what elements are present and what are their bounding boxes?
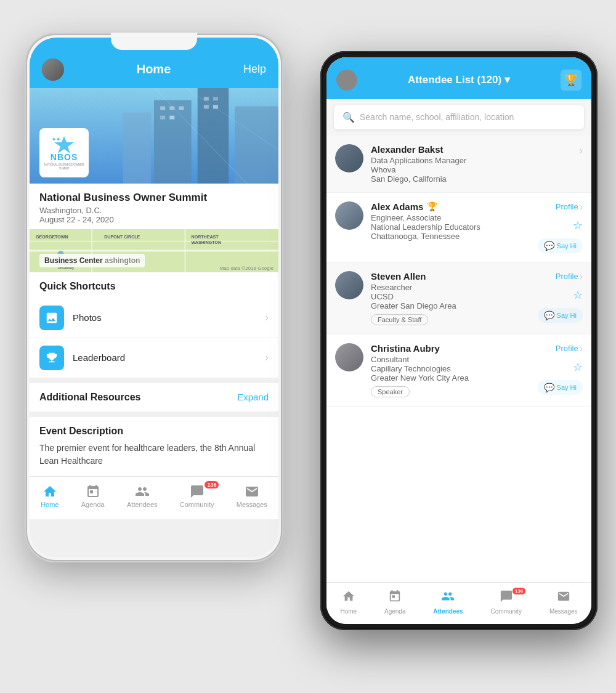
avatar xyxy=(335,271,363,299)
trophy-badge: 🏆 xyxy=(427,201,437,211)
svg-rect-12 xyxy=(204,105,209,108)
and-nav-attendees[interactable]: Attendees xyxy=(433,590,463,615)
additional-resources-title: Additional Resources xyxy=(39,392,140,403)
event-banner: ✦✦ NBOS NATIONAL BUSINESS OWNER SUMMIT xyxy=(30,88,278,184)
leaderboard-shortcut[interactable]: Leaderboard › xyxy=(30,338,278,378)
say-hi-icon: 💬 xyxy=(544,310,554,320)
attendee-info: Christina Aubry Consultant Capillary Tec… xyxy=(371,343,530,397)
nav-attendees[interactable]: Attendees xyxy=(127,484,158,508)
attendee-actions: Profile ☆ 💬 Say Hi xyxy=(538,343,583,395)
star-icon[interactable]: ☆ xyxy=(573,360,583,374)
agenda-icon xyxy=(388,590,402,607)
table-row[interactable]: Alex Adams 🏆 Engineer, Associate Nationa… xyxy=(326,193,591,262)
attendee-name: Alex Adams xyxy=(371,201,423,212)
attendees-icon xyxy=(441,590,455,607)
svg-rect-10 xyxy=(204,97,209,100)
say-hi-button[interactable]: 💬 Say Hi xyxy=(538,308,583,323)
event-info: National Business Owner Summit Washingto… xyxy=(30,184,278,229)
and-nav-community[interactable]: 136 Community xyxy=(491,590,522,615)
attendee-info: Steven Allen Researcher UCSD Greater San… xyxy=(371,271,530,325)
svg-rect-5 xyxy=(160,106,165,110)
attendee-info: Alex Adams 🏆 Engineer, Associate Nationa… xyxy=(371,201,530,241)
trophy-icon[interactable]: 🏆 xyxy=(561,70,582,91)
attendee-role: Consultant xyxy=(371,355,530,364)
event-desc-text: The premier event for healthcare leaders… xyxy=(39,442,269,468)
messages-icon xyxy=(244,484,260,500)
nav-attendees-label: Attendees xyxy=(127,501,158,508)
android-avatar[interactable] xyxy=(336,70,357,91)
attendee-location: San Diego, California xyxy=(371,174,572,184)
attendee-list: Alexander Bakst Data Applications Manage… xyxy=(326,136,591,582)
star-icon[interactable]: ☆ xyxy=(573,288,583,302)
attendee-actions: Profile ☆ 💬 Say Hi xyxy=(538,201,583,253)
attendees-icon xyxy=(134,484,150,500)
attendee-org: Capillary Technologies xyxy=(371,364,530,373)
and-nav-messages-label: Messages xyxy=(549,608,578,615)
profile-button[interactable]: Profile xyxy=(556,271,583,282)
and-nav-agenda-label: Agenda xyxy=(384,608,405,615)
star-icon[interactable]: ☆ xyxy=(573,219,583,232)
nav-agenda[interactable]: Agenda xyxy=(81,484,105,508)
search-icon: 🔍 xyxy=(342,111,355,123)
faculty-staff-tag: Faculty & Staff xyxy=(371,314,428,325)
leaderboard-icon xyxy=(39,346,64,370)
say-hi-button[interactable]: 💬 Say Hi xyxy=(538,380,583,395)
nav-agenda-label: Agenda xyxy=(81,501,105,508)
nav-home[interactable]: Home xyxy=(41,484,59,508)
speaker-tag: Speaker xyxy=(371,386,410,397)
attendee-location: Chattanooga, Tennessee xyxy=(371,232,530,241)
and-nav-agenda[interactable]: Agenda xyxy=(384,590,405,615)
agenda-icon xyxy=(85,484,101,500)
event-date: August 22 - 24, 2020 xyxy=(39,215,269,224)
svg-text:GEORGETOWN: GEORGETOWN xyxy=(36,234,68,238)
logo-text: NBOS xyxy=(51,152,78,162)
community-icon xyxy=(500,590,513,607)
attendee-org: National Leadership Educators xyxy=(371,222,530,232)
help-button[interactable]: Help xyxy=(243,63,266,76)
say-hi-label: Say Hi xyxy=(557,384,577,391)
attendee-org: UCSD xyxy=(371,292,530,301)
svg-rect-9 xyxy=(169,115,174,119)
say-hi-button[interactable]: 💬 Say Hi xyxy=(538,238,583,253)
divider-1 xyxy=(30,378,278,383)
map-banner[interactable]: GEORGETOWN DUPONT CIRCLE NORTHEAST WASHI… xyxy=(30,229,278,272)
svg-text:DUPONT CIRCLE: DUPONT CIRCLE xyxy=(104,234,140,238)
and-nav-home-label: Home xyxy=(340,608,357,615)
avatar[interactable] xyxy=(42,59,64,81)
say-hi-label: Say Hi xyxy=(557,312,577,319)
nav-community[interactable]: 136 Community xyxy=(180,484,214,508)
android-bottom-navigation: Home Agenda Attendees xyxy=(326,582,591,624)
table-row[interactable]: Steven Allen Researcher UCSD Greater San… xyxy=(326,262,591,334)
additional-resources-section: Additional Resources Expand xyxy=(30,383,278,411)
attendee-info: Alexander Bakst Data Applications Manage… xyxy=(371,144,572,184)
attendee-name: Alexander Bakst xyxy=(371,144,444,155)
event-name: National Business Owner Summit xyxy=(39,191,269,205)
photos-shortcut[interactable]: Photos › xyxy=(30,298,278,338)
profile-button[interactable]: Profile xyxy=(556,201,583,213)
avatar xyxy=(335,201,363,230)
iphone-screen: Home Help xyxy=(30,38,278,557)
community-badge: 136 xyxy=(205,481,219,488)
bottom-navigation: Home Agenda Attendees xyxy=(30,476,278,519)
expand-button[interactable]: Expand xyxy=(237,392,269,402)
right-phone: Attendee List (120) ▾ 🏆 🔍 Search name, s… xyxy=(320,51,598,630)
profile-button[interactable]: Profile xyxy=(556,343,583,354)
search-bar[interactable]: 🔍 Search name, school, affiliation, loca… xyxy=(334,105,584,129)
and-nav-home[interactable]: Home xyxy=(340,590,357,615)
shortcuts-title: Quick Shortcuts xyxy=(30,272,278,298)
avatar xyxy=(335,343,363,371)
event-logo: ✦✦ NBOS NATIONAL BUSINESS OWNER SUMMIT xyxy=(39,128,89,177)
table-row[interactable]: Christina Aubry Consultant Capillary Tec… xyxy=(326,334,591,407)
nav-messages[interactable]: Messages xyxy=(237,484,267,508)
svg-rect-7 xyxy=(179,106,184,110)
svg-text:WASHINGTON: WASHINGTON xyxy=(192,240,222,244)
left-phone: Home Help xyxy=(25,33,283,562)
and-nav-messages[interactable]: Messages xyxy=(549,590,578,615)
attendee-actions: › xyxy=(579,144,583,157)
attendee-name: Steven Allen xyxy=(371,271,426,282)
attendee-name: Christina Aubry xyxy=(371,343,440,354)
event-description-section: Event Description The premier event for … xyxy=(30,416,278,476)
table-row[interactable]: Alexander Bakst Data Applications Manage… xyxy=(326,136,591,193)
community-badge: 136 xyxy=(513,588,525,594)
home-icon xyxy=(342,590,355,607)
